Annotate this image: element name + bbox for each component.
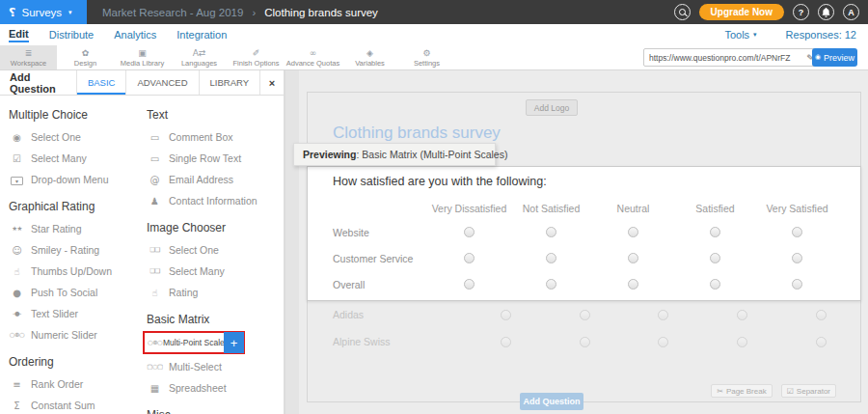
checkbox-icon: ☑ <box>9 153 25 164</box>
toolbar-languages[interactable]: A⇄ Languages <box>171 45 228 69</box>
breadcrumb-parent[interactable]: Market Research - Aug 2019 <box>102 7 243 18</box>
nav-tab-distribute[interactable]: Distribute <box>49 29 94 41</box>
radio-button[interactable] <box>658 310 668 320</box>
responses-count[interactable]: Responses: 12 <box>786 29 856 41</box>
qtype-rank-order[interactable]: ≡Rank Order <box>9 373 140 395</box>
toolbar-workspace[interactable]: ≣ Workspace <box>0 45 57 69</box>
notifications-button[interactable] <box>818 4 834 20</box>
preview-button[interactable]: ◉ Preview <box>812 48 857 67</box>
help-button[interactable]: ? <box>793 4 809 20</box>
radio-button[interactable] <box>628 227 638 237</box>
qtype-spreadsheet[interactable]: ▦Spreadsheet <box>147 377 282 399</box>
section-header: Misc <box>147 408 282 414</box>
nav-tab-edit[interactable]: Edit <box>9 28 29 42</box>
add-multi-point-scales-button[interactable]: + <box>224 332 244 353</box>
radio-button[interactable] <box>464 279 475 290</box>
radio-button[interactable] <box>464 227 475 237</box>
qtype-comment-box[interactable]: ▭Comment Box <box>147 126 282 148</box>
dropdown-caret: ▾ <box>11 177 23 185</box>
previewing-tooltip: Previewing : Basic Matrix (Multi-Point S… <box>293 143 496 166</box>
qtype-image-rating[interactable]: ☝Rating <box>147 282 282 303</box>
qtype-text-slider[interactable]: -●-Text Slider <box>9 303 140 324</box>
radio-button[interactable] <box>580 310 590 320</box>
radio-button[interactable] <box>546 253 556 263</box>
survey-url-input[interactable] <box>644 53 801 63</box>
upgrade-button[interactable]: Upgrade Now <box>699 4 784 20</box>
radio-button[interactable] <box>792 253 802 263</box>
qtype-image-select-one[interactable]: ❏❏Select One <box>147 239 282 261</box>
radio-button[interactable] <box>816 310 827 320</box>
toolbar-label: Workspace <box>11 59 46 68</box>
add-logo-button[interactable]: Add Logo <box>526 99 578 116</box>
qtype-image-select-many[interactable]: ❏❏Select Many <box>147 261 282 282</box>
qtype-smiley-rating[interactable]: ☺Smiley - Rating <box>9 239 140 261</box>
section-header: Graphical Rating <box>9 200 140 213</box>
panel-scrollbar[interactable] <box>285 70 299 414</box>
radio-button[interactable] <box>501 337 511 347</box>
radio-button[interactable] <box>710 253 720 263</box>
toolbar-variables[interactable]: ◈ Variables <box>341 45 398 69</box>
tab-basic[interactable]: BASIC <box>76 70 126 95</box>
radio-button[interactable] <box>710 227 720 237</box>
qtype-label: Numeric Slider <box>31 329 97 341</box>
radio-button[interactable] <box>737 337 747 347</box>
separator-button[interactable]: ☑Separator <box>781 384 836 398</box>
close-panel-button[interactable]: × <box>259 70 284 95</box>
variables-icon: ◈ <box>366 48 373 58</box>
design-icon: ✿ <box>82 48 90 58</box>
radio-button[interactable] <box>464 253 475 263</box>
toolbar-advance-quotas[interactable]: ∞ Advance Quotas <box>285 45 341 69</box>
radio-button[interactable] <box>546 279 556 290</box>
qtype-multi-select[interactable]: ▢○▢Multi-Select <box>147 356 282 377</box>
radio-button[interactable] <box>737 310 747 320</box>
matrix-row-label: Website <box>333 227 428 238</box>
tab-library[interactable]: LIBRARY <box>199 70 259 95</box>
qtype-email-address[interactable]: @Email Address <box>147 169 282 190</box>
chevron-down-icon: ▾ <box>68 9 72 16</box>
page-break-button[interactable]: ✂Page Break <box>711 384 773 398</box>
radio-button[interactable] <box>710 279 720 290</box>
matrix-column-header: Very Dissatisfied <box>428 203 510 214</box>
radio-button[interactable] <box>501 310 511 320</box>
qtype-contact-information[interactable]: ♟Contact Information <box>147 190 282 211</box>
toolbar-finish-options[interactable]: ✐ Finish Options <box>228 45 285 69</box>
add-question-button[interactable]: Add Question <box>520 393 583 410</box>
matrix-column-header: Not Satisfied <box>510 203 592 214</box>
qtype-select-many[interactable]: ☑Select Many <box>9 148 140 169</box>
qtype-numeric-slider[interactable]: ○⊕○Numeric Slider <box>9 324 140 345</box>
radio-button[interactable] <box>658 337 668 347</box>
radio-button[interactable] <box>628 253 638 263</box>
qtype-select-one[interactable]: ◉Select One <box>9 126 140 148</box>
product-switcher[interactable]: ? Surveys ▾ <box>0 0 87 24</box>
qtype-dropdown-menu[interactable]: ▾Drop-down Menu <box>9 169 140 190</box>
qtype-thumbs-up-down[interactable]: ☝Thumbs Up/Down <box>9 261 140 282</box>
qtype-star-rating[interactable]: ★★Star Rating <box>9 218 140 239</box>
nav-tab-integration[interactable]: Integration <box>176 29 227 41</box>
survey-title[interactable]: Clothing brands survey <box>333 124 501 143</box>
tools-menu[interactable]: Tools▾ <box>724 29 756 41</box>
account-button[interactable]: A <box>843 4 859 20</box>
toolbar-media-library[interactable]: ▣ Media Library <box>114 45 171 69</box>
nav-tab-analytics[interactable]: Analytics <box>114 29 156 41</box>
images-icon: ❏❏ <box>147 246 163 254</box>
toolbar-design[interactable]: ✿ Design <box>57 45 114 69</box>
qtype-multi-point-scales[interactable]: ○⊕○ Multi-Point Scales + <box>143 331 245 354</box>
qtype-single-row-text[interactable]: ▭Single Row Text <box>147 148 282 169</box>
tooltip-bold: Previewing <box>303 149 356 160</box>
radio-button[interactable] <box>792 279 802 290</box>
qtype-label: Select One <box>169 244 219 256</box>
qtype-push-to-social[interactable]: ●Push To Social <box>9 282 140 303</box>
questionpro-logo-icon: ? <box>9 5 16 19</box>
radio-button[interactable] <box>580 337 590 347</box>
tab-advanced[interactable]: ADVANCED <box>125 70 198 95</box>
radio-button[interactable] <box>792 227 802 237</box>
search-button[interactable] <box>674 4 691 20</box>
toolbar-label: Languages <box>181 59 217 68</box>
workspace-icon: ≣ <box>25 48 33 58</box>
qtype-constant-sum[interactable]: ΣConstant Sum <box>9 395 140 414</box>
toolbar-settings[interactable]: ⚙ Settings <box>398 45 455 69</box>
radio-button[interactable] <box>816 337 827 347</box>
media-library-icon: ▣ <box>138 48 147 58</box>
radio-button[interactable] <box>628 279 638 290</box>
radio-button[interactable] <box>546 227 556 237</box>
